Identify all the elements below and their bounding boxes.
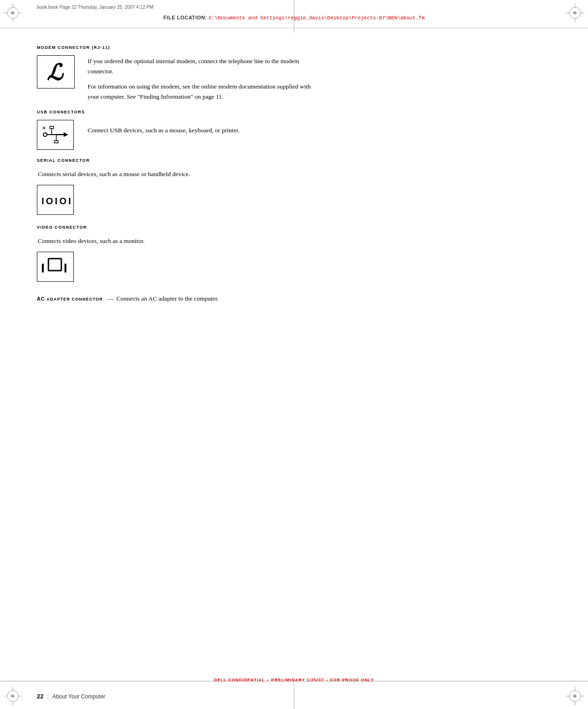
usb-text-block: Connect USB devices, such as a mouse, ke… <box>88 120 240 136</box>
ac-heading-small: ADAPTER CONNECTOR <box>47 297 103 301</box>
modem-heading: MODEM CONNECTOR (RJ-11) <box>37 45 551 50</box>
ac-text: Connects an AC adapter to the computer. <box>117 293 219 304</box>
modem-text1: If you ordered the optional internal mod… <box>88 55 318 76</box>
svg-text:I: I <box>41 261 45 275</box>
svg-rect-40 <box>48 259 61 271</box>
modem-section: MODEM CONNECTOR (RJ-11) ℒ If you ordered… <box>37 45 551 101</box>
svg-text:I: I <box>64 261 67 275</box>
video-content-row: Connects video devices, such as a monito… <box>37 235 551 282</box>
svg-text:+: + <box>42 125 46 131</box>
svg-rect-36 <box>54 141 58 143</box>
ac-dash: — <box>107 295 114 302</box>
main-content: MODEM CONNECTOR (RJ-11) ℒ If you ordered… <box>37 37 551 663</box>
video-icon: I I <box>37 252 74 282</box>
svg-marker-32 <box>64 132 68 137</box>
ac-section: AC ADAPTER CONNECTOR — Connects an AC ad… <box>37 293 551 304</box>
serial-text: Connects serial devices, such as a mouse… <box>38 168 190 179</box>
page-footer: DELL CONFIDENTIAL – PRELIMINARY 1/25/07 … <box>0 678 588 686</box>
usb-content-row: + Connect USB devices, such as a mouse, … <box>37 120 551 150</box>
corner-mark-bl: + <box>4 687 22 705</box>
usb-icon: + <box>37 120 74 150</box>
serial-icon-area: Connects serial devices, such as a mouse… <box>37 168 190 215</box>
file-path: C:\Documents and Settings\reggie_davis\D… <box>208 15 425 21</box>
video-section: VIDEO CONNECTOR Connects video devices, … <box>37 225 551 282</box>
usb-heading: USB CONNECTORS <box>37 110 551 114</box>
video-text: Connects video devices, such as a monito… <box>38 235 145 246</box>
video-heading: VIDEO CONNECTOR <box>37 225 551 230</box>
top-rule <box>0 28 588 28</box>
corner-mark-br: + <box>566 687 584 705</box>
svg-text:ℒ: ℒ <box>47 60 64 85</box>
modem-icon: ℒ <box>37 55 75 89</box>
serial-icon: IOIOI <box>37 185 74 215</box>
serial-content-row: Connects serial devices, such as a mouse… <box>37 168 551 215</box>
serial-section: SERIAL CONNECTOR Connects serial devices… <box>37 158 551 215</box>
ac-heading-bold: AC ADAPTER CONNECTOR <box>37 296 103 301</box>
usb-text: Connect USB devices, such as a mouse, ke… <box>88 124 240 136</box>
chapter-title: About Your Computer <box>53 693 106 700</box>
book-info: book.book Page 22 Thursday, January 25, … <box>37 5 154 10</box>
file-location-label: FILE LOCATION: <box>163 15 207 20</box>
svg-text:IOIOI: IOIOI <box>42 196 71 206</box>
usb-section: USB CONNECTORS <box>37 110 551 150</box>
page-number: 22 <box>37 693 43 700</box>
svg-point-29 <box>43 133 47 136</box>
serial-heading: SERIAL CONNECTOR <box>37 158 551 163</box>
modem-text2: For information on using the modem, see … <box>88 81 318 101</box>
modem-content-row: ℒ If you ordered the optional internal m… <box>37 55 551 101</box>
svg-rect-34 <box>50 126 53 129</box>
page: + + + + <box>0 0 588 709</box>
footer-page-line: 22 | About Your Computer <box>37 693 105 700</box>
svg-text:+: + <box>10 692 13 699</box>
video-icon-area: Connects video devices, such as a monito… <box>37 235 145 282</box>
modem-text-block: If you ordered the optional internal mod… <box>88 55 551 101</box>
svg-text:+: + <box>572 692 576 699</box>
pipe-separator: | <box>47 693 48 700</box>
file-location-bar: FILE LOCATION: C:\Documents and Settings… <box>0 13 588 21</box>
confidential-text: DELL CONFIDENTIAL – PRELIMINARY 1/25/07 … <box>214 678 374 682</box>
